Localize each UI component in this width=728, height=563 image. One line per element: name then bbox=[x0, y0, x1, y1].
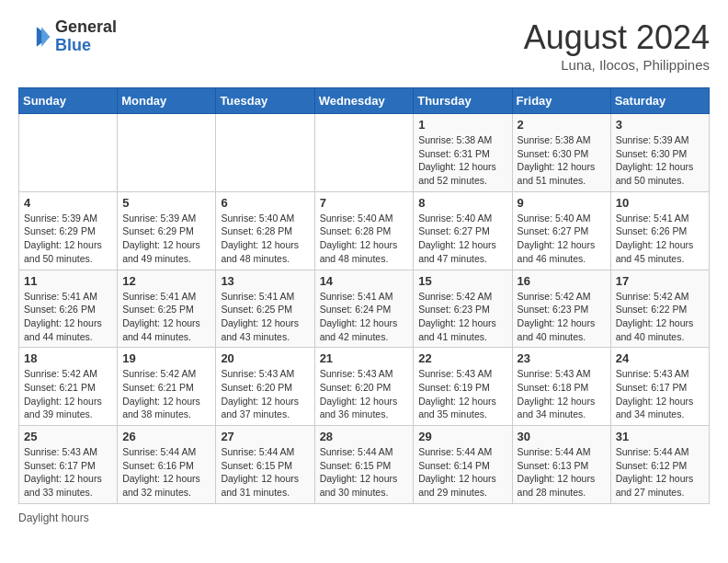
day-number: 7 bbox=[320, 196, 409, 210]
calendar-cell: 26Sunrise: 5:44 AM Sunset: 6:16 PM Dayli… bbox=[118, 426, 216, 504]
day-number: 12 bbox=[122, 274, 210, 288]
day-number: 2 bbox=[518, 118, 606, 132]
day-number: 11 bbox=[24, 274, 112, 288]
calendar-cell bbox=[216, 114, 314, 192]
day-info: Sunrise: 5:44 AM Sunset: 6:15 PM Dayligh… bbox=[221, 445, 309, 500]
day-info: Sunrise: 5:44 AM Sunset: 6:14 PM Dayligh… bbox=[418, 445, 506, 500]
calendar-cell: 16Sunrise: 5:42 AM Sunset: 6:23 PM Dayli… bbox=[512, 270, 610, 348]
calendar-week-row: 1Sunrise: 5:38 AM Sunset: 6:31 PM Daylig… bbox=[19, 114, 710, 192]
weekday-header-cell: Sunday bbox=[19, 88, 118, 114]
day-info: Sunrise: 5:39 AM Sunset: 6:30 PM Dayligh… bbox=[616, 133, 704, 188]
day-info: Sunrise: 5:43 AM Sunset: 6:17 PM Dayligh… bbox=[24, 445, 112, 500]
day-number: 6 bbox=[221, 196, 309, 210]
day-number: 19 bbox=[122, 351, 210, 365]
day-number: 31 bbox=[616, 430, 704, 443]
day-info: Sunrise: 5:44 AM Sunset: 6:16 PM Dayligh… bbox=[122, 445, 210, 500]
calendar-cell: 15Sunrise: 5:42 AM Sunset: 6:23 PM Dayli… bbox=[414, 270, 512, 348]
calendar-cell: 13Sunrise: 5:41 AM Sunset: 6:25 PM Dayli… bbox=[216, 270, 314, 348]
calendar-week-row: 4Sunrise: 5:39 AM Sunset: 6:29 PM Daylig… bbox=[19, 191, 710, 270]
day-number: 14 bbox=[320, 274, 409, 288]
day-info: Sunrise: 5:44 AM Sunset: 6:12 PM Dayligh… bbox=[616, 445, 704, 500]
day-info: Sunrise: 5:39 AM Sunset: 6:29 PM Dayligh… bbox=[24, 212, 112, 266]
svg-marker-1 bbox=[41, 27, 50, 47]
weekday-header-cell: Thursday bbox=[414, 88, 512, 114]
day-info: Sunrise: 5:39 AM Sunset: 6:29 PM Dayligh… bbox=[122, 212, 210, 266]
calendar-cell bbox=[19, 114, 118, 192]
calendar-cell: 5Sunrise: 5:39 AM Sunset: 6:29 PM Daylig… bbox=[118, 191, 216, 270]
day-number: 1 bbox=[418, 118, 506, 132]
calendar-cell: 22Sunrise: 5:43 AM Sunset: 6:19 PM Dayli… bbox=[414, 348, 512, 426]
calendar-cell: 21Sunrise: 5:43 AM Sunset: 6:20 PM Dayli… bbox=[314, 348, 414, 426]
day-info: Sunrise: 5:40 AM Sunset: 6:28 PM Dayligh… bbox=[221, 212, 309, 266]
day-info: Sunrise: 5:42 AM Sunset: 6:23 PM Dayligh… bbox=[518, 290, 606, 344]
calendar-cell: 11Sunrise: 5:41 AM Sunset: 6:26 PM Dayli… bbox=[19, 270, 118, 348]
day-number: 4 bbox=[24, 196, 112, 210]
calendar-cell: 9Sunrise: 5:40 AM Sunset: 6:27 PM Daylig… bbox=[512, 191, 610, 270]
day-info: Sunrise: 5:41 AM Sunset: 6:25 PM Dayligh… bbox=[221, 290, 309, 344]
calendar-cell: 19Sunrise: 5:42 AM Sunset: 6:21 PM Dayli… bbox=[118, 348, 216, 426]
day-number: 20 bbox=[221, 351, 309, 365]
day-number: 29 bbox=[418, 430, 506, 443]
day-number: 30 bbox=[518, 430, 606, 443]
calendar-cell: 28Sunrise: 5:44 AM Sunset: 6:15 PM Dayli… bbox=[314, 426, 414, 504]
calendar-cell: 24Sunrise: 5:43 AM Sunset: 6:17 PM Dayli… bbox=[610, 348, 709, 426]
day-number: 10 bbox=[616, 196, 704, 210]
calendar-cell bbox=[118, 114, 216, 192]
calendar-cell: 2Sunrise: 5:38 AM Sunset: 6:30 PM Daylig… bbox=[512, 114, 610, 192]
day-info: Sunrise: 5:44 AM Sunset: 6:15 PM Dayligh… bbox=[320, 445, 409, 500]
day-info: Sunrise: 5:43 AM Sunset: 6:17 PM Dayligh… bbox=[616, 367, 704, 421]
day-info: Sunrise: 5:41 AM Sunset: 6:26 PM Dayligh… bbox=[24, 290, 112, 344]
weekday-header-cell: Monday bbox=[118, 88, 216, 114]
day-info: Sunrise: 5:41 AM Sunset: 6:24 PM Dayligh… bbox=[320, 290, 409, 344]
calendar-cell: 10Sunrise: 5:41 AM Sunset: 6:26 PM Dayli… bbox=[610, 191, 709, 270]
month-year: August 2024 bbox=[524, 18, 710, 57]
calendar-cell: 30Sunrise: 5:44 AM Sunset: 6:13 PM Dayli… bbox=[512, 426, 610, 504]
day-number: 22 bbox=[418, 351, 506, 365]
calendar-cell: 23Sunrise: 5:43 AM Sunset: 6:18 PM Dayli… bbox=[512, 348, 610, 426]
calendar-cell bbox=[314, 114, 414, 192]
calendar-cell: 29Sunrise: 5:44 AM Sunset: 6:14 PM Dayli… bbox=[414, 426, 512, 504]
logo-general: General bbox=[55, 17, 117, 36]
day-number: 15 bbox=[418, 274, 506, 288]
day-info: Sunrise: 5:43 AM Sunset: 6:18 PM Dayligh… bbox=[518, 367, 606, 421]
calendar-cell: 20Sunrise: 5:43 AM Sunset: 6:20 PM Dayli… bbox=[216, 348, 314, 426]
calendar-cell: 27Sunrise: 5:44 AM Sunset: 6:15 PM Dayli… bbox=[216, 426, 314, 504]
calendar-cell: 1Sunrise: 5:38 AM Sunset: 6:31 PM Daylig… bbox=[414, 114, 512, 192]
day-number: 21 bbox=[320, 351, 409, 365]
weekday-header-row: SundayMondayTuesdayWednesdayThursdayFrid… bbox=[19, 88, 710, 114]
day-number: 8 bbox=[418, 196, 506, 210]
weekday-header-cell: Wednesday bbox=[314, 88, 414, 114]
weekday-header-cell: Tuesday bbox=[216, 88, 314, 114]
calendar-cell: 25Sunrise: 5:43 AM Sunset: 6:17 PM Dayli… bbox=[19, 426, 118, 504]
day-info: Sunrise: 5:42 AM Sunset: 6:23 PM Dayligh… bbox=[418, 290, 506, 344]
calendar-week-row: 18Sunrise: 5:42 AM Sunset: 6:21 PM Dayli… bbox=[19, 348, 710, 426]
calendar-table: SundayMondayTuesdayWednesdayThursdayFrid… bbox=[18, 87, 710, 504]
day-info: Sunrise: 5:42 AM Sunset: 6:22 PM Dayligh… bbox=[616, 290, 704, 344]
day-number: 17 bbox=[616, 274, 704, 288]
day-info: Sunrise: 5:38 AM Sunset: 6:31 PM Dayligh… bbox=[418, 133, 506, 188]
day-number: 25 bbox=[24, 430, 112, 443]
daylight-label: Daylight hours bbox=[18, 511, 89, 524]
title-block: August 2024 Luna, Ilocos, Philippines bbox=[524, 18, 710, 73]
day-info: Sunrise: 5:40 AM Sunset: 6:27 PM Dayligh… bbox=[518, 212, 606, 266]
calendar-week-row: 11Sunrise: 5:41 AM Sunset: 6:26 PM Dayli… bbox=[19, 270, 710, 348]
calendar-cell: 7Sunrise: 5:40 AM Sunset: 6:28 PM Daylig… bbox=[314, 191, 414, 270]
day-number: 3 bbox=[616, 118, 704, 132]
calendar-cell: 12Sunrise: 5:41 AM Sunset: 6:25 PM Dayli… bbox=[118, 270, 216, 348]
day-info: Sunrise: 5:42 AM Sunset: 6:21 PM Dayligh… bbox=[24, 367, 112, 421]
day-number: 27 bbox=[221, 430, 309, 443]
calendar-cell: 6Sunrise: 5:40 AM Sunset: 6:28 PM Daylig… bbox=[216, 191, 314, 270]
calendar-body: 1Sunrise: 5:38 AM Sunset: 6:31 PM Daylig… bbox=[19, 114, 710, 504]
calendar-cell: 4Sunrise: 5:39 AM Sunset: 6:29 PM Daylig… bbox=[19, 191, 118, 270]
day-number: 23 bbox=[518, 351, 606, 365]
page-header: General Blue August 2024 Luna, Ilocos, P… bbox=[18, 18, 710, 73]
calendar-cell: 8Sunrise: 5:40 AM Sunset: 6:27 PM Daylig… bbox=[414, 191, 512, 270]
logo-blue: Blue bbox=[55, 36, 91, 54]
day-info: Sunrise: 5:43 AM Sunset: 6:19 PM Dayligh… bbox=[418, 367, 506, 421]
day-number: 13 bbox=[221, 274, 309, 288]
calendar-cell: 14Sunrise: 5:41 AM Sunset: 6:24 PM Dayli… bbox=[314, 270, 414, 348]
day-info: Sunrise: 5:38 AM Sunset: 6:30 PM Dayligh… bbox=[518, 133, 606, 188]
day-info: Sunrise: 5:40 AM Sunset: 6:28 PM Dayligh… bbox=[320, 212, 409, 266]
day-info: Sunrise: 5:43 AM Sunset: 6:20 PM Dayligh… bbox=[320, 367, 409, 421]
day-number: 18 bbox=[24, 351, 112, 365]
